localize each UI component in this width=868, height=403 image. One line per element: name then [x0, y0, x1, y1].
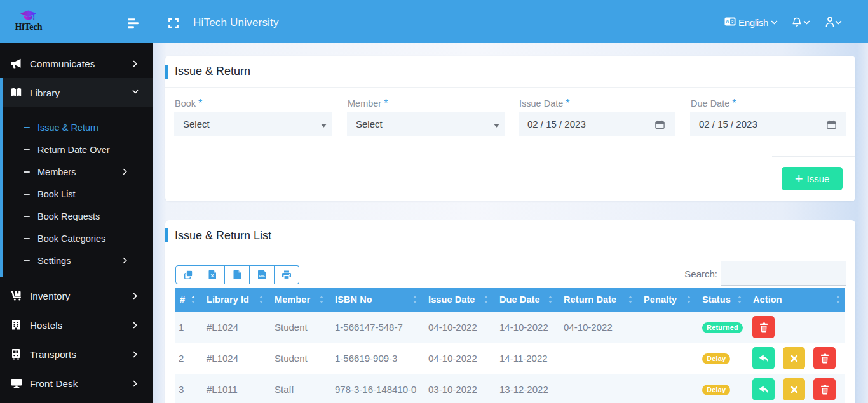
- svg-text:X: X: [210, 273, 214, 279]
- svg-text:A: A: [726, 18, 729, 25]
- svg-text:PDF: PDF: [259, 275, 265, 278]
